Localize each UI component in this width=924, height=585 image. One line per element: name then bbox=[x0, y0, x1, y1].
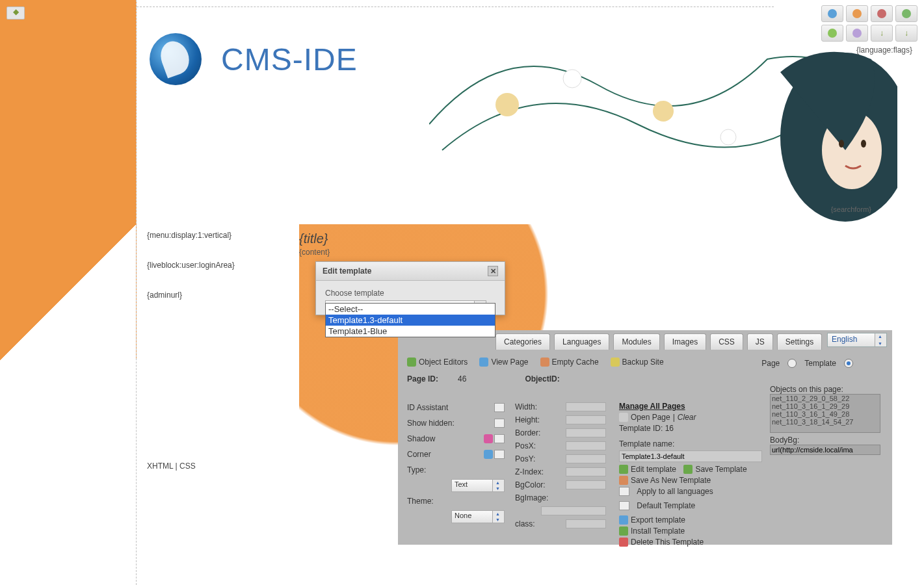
toolbar-btn-5[interactable] bbox=[821, 25, 843, 42]
toolbar-right bbox=[821, 5, 917, 22]
footer-links[interactable]: XHTML | CSS bbox=[147, 462, 196, 471]
hero-illustration bbox=[429, 20, 897, 228]
template-name-input[interactable] bbox=[619, 450, 762, 462]
page-radio-label: Page bbox=[761, 359, 780, 368]
tab-images[interactable]: Images bbox=[664, 333, 706, 350]
open-page-link[interactable]: Open Page bbox=[631, 413, 670, 422]
adminurl-placeholder: {adminurl} bbox=[147, 291, 297, 300]
page-id-value: 46 bbox=[458, 374, 466, 384]
tab-js[interactable]: JS bbox=[747, 333, 773, 350]
id-assistant-checkbox[interactable] bbox=[494, 403, 505, 412]
posy-input[interactable] bbox=[566, 454, 606, 463]
language-select[interactable]: English bbox=[827, 333, 887, 347]
corner-icon[interactable] bbox=[484, 450, 493, 459]
bgimage-label: BgImage: bbox=[515, 493, 548, 502]
shadow-checkbox[interactable] bbox=[494, 434, 505, 443]
object-item-1[interactable]: net_110_3_16_1_29_29 bbox=[771, 402, 880, 410]
dropdown-option-2[interactable]: Template1-Blue bbox=[326, 326, 495, 337]
object-item-3[interactable]: net_110_3_18_14_54_27 bbox=[771, 418, 880, 426]
theme-select[interactable]: None bbox=[451, 510, 505, 523]
toolbar-btn-1[interactable] bbox=[821, 5, 843, 22]
bgimage-input[interactable] bbox=[541, 506, 606, 515]
tab-modules[interactable]: Modules bbox=[613, 333, 659, 350]
bgcolor-input[interactable] bbox=[566, 480, 606, 489]
posx-input[interactable] bbox=[566, 441, 606, 450]
backup-site-icon bbox=[611, 358, 620, 367]
object-item-0[interactable]: net_110_2_29_0_58_22 bbox=[771, 395, 880, 402]
save-as-new-link[interactable]: Save As New Template bbox=[631, 476, 711, 485]
toolbar-btn-2[interactable] bbox=[846, 5, 868, 22]
dialog-title-text: Edit template bbox=[323, 266, 371, 276]
choose-template-label: Choose template bbox=[325, 289, 495, 298]
posx-label: PosX: bbox=[515, 441, 536, 450]
export-icon bbox=[619, 515, 628, 525]
clear-link[interactable]: Clear bbox=[678, 413, 696, 422]
border-input[interactable] bbox=[566, 428, 606, 437]
export-template-link[interactable]: Export template bbox=[631, 515, 685, 525]
class-input[interactable] bbox=[566, 519, 606, 528]
edit-icon bbox=[619, 465, 628, 474]
show-hidden-checkbox[interactable] bbox=[494, 419, 505, 428]
zindex-input[interactable] bbox=[566, 467, 606, 476]
svg-point-1 bbox=[563, 70, 581, 88]
toolbar-btn-4[interactable] bbox=[895, 5, 917, 22]
objects-list[interactable]: net_110_2_29_0_58_22 net_110_3_16_1_29_2… bbox=[770, 394, 880, 433]
logo-wrap: CMS-IDE bbox=[150, 33, 358, 85]
toolbar-btn-6[interactable] bbox=[846, 25, 868, 42]
toolbar-btn-3[interactable] bbox=[871, 5, 893, 22]
action-view-page[interactable]: View Page bbox=[479, 358, 528, 367]
bodybg-input[interactable] bbox=[770, 445, 880, 455]
type-select[interactable]: Text bbox=[451, 479, 505, 492]
svg-point-0 bbox=[495, 93, 519, 116]
mid-form: Width: Height: Border: PosX: PosY: Z-Ind… bbox=[515, 402, 606, 532]
width-input[interactable] bbox=[566, 402, 606, 411]
toolbar-btn-8[interactable]: ↓ bbox=[895, 25, 917, 42]
theme-spinner-icon[interactable] bbox=[492, 511, 504, 523]
height-input[interactable] bbox=[566, 415, 606, 424]
page-radio[interactable] bbox=[787, 359, 797, 368]
corner-checkbox[interactable] bbox=[494, 450, 505, 459]
save-template-link[interactable]: Save Template bbox=[695, 465, 746, 474]
template-name-label: Template name: bbox=[619, 439, 674, 448]
view-page-icon bbox=[479, 358, 488, 367]
zindex-label: Z-Index: bbox=[515, 467, 544, 476]
type-label: Type: bbox=[407, 465, 426, 474]
apply-all-label: Apply to all languages bbox=[637, 487, 713, 496]
action-backup-site[interactable]: Backup Site bbox=[611, 358, 664, 367]
svg-point-2 bbox=[653, 101, 674, 122]
toolbar-btn-7[interactable]: ↓ bbox=[871, 25, 893, 42]
tab-categories[interactable]: Categories bbox=[495, 333, 550, 350]
toolbar-left-button[interactable]: ◆ bbox=[7, 6, 25, 20]
tab-settings[interactable]: Settings bbox=[777, 333, 822, 350]
edit-template-link[interactable]: Edit template bbox=[631, 465, 676, 474]
shadow-label: Shadow bbox=[407, 434, 435, 443]
dialog-titlebar[interactable]: Edit template ✕ bbox=[316, 262, 505, 281]
language-spinner-icon[interactable] bbox=[875, 333, 886, 346]
dialog-close-icon[interactable]: ✕ bbox=[488, 266, 498, 276]
dropdown-option-1[interactable]: Template1.3-default bbox=[326, 315, 495, 326]
header-area: CMS-IDE {searchform} bbox=[137, 6, 774, 224]
action-empty-cache[interactable]: Empty Cache bbox=[540, 358, 599, 367]
border-label: Border: bbox=[515, 428, 540, 437]
tab-languages[interactable]: Languages bbox=[554, 333, 609, 350]
object-item-2[interactable]: net_110_3_16_1_49_28 bbox=[771, 410, 880, 418]
delete-template-link[interactable]: Delete This Template bbox=[631, 538, 704, 547]
default-template-checkbox[interactable] bbox=[619, 501, 629, 510]
content-column: {title} {content} bbox=[299, 231, 330, 257]
dropdown-option-0[interactable]: --Select-- bbox=[326, 304, 495, 315]
manage-all-pages-link[interactable]: Manage All Pages bbox=[619, 402, 685, 411]
admin-panel: Categories Languages Modules Images CSS … bbox=[398, 330, 892, 545]
svg-point-6 bbox=[839, 140, 844, 148]
apply-all-checkbox[interactable] bbox=[619, 487, 629, 496]
delete-icon bbox=[619, 538, 628, 547]
shadow-icon[interactable] bbox=[484, 434, 493, 443]
tab-css[interactable]: CSS bbox=[710, 333, 743, 350]
template-id-text: Template ID: 16 bbox=[619, 424, 674, 433]
template-radio[interactable] bbox=[844, 359, 853, 368]
liveblock-placeholder: {liveblock:user:loginArea} bbox=[147, 261, 297, 270]
type-spinner-icon[interactable] bbox=[492, 480, 504, 491]
install-template-link[interactable]: Install Template bbox=[631, 526, 685, 536]
brand-text: CMS-IDE bbox=[221, 42, 358, 77]
action-object-editors[interactable]: Object Editors bbox=[407, 358, 468, 367]
globe-icon bbox=[619, 413, 628, 422]
